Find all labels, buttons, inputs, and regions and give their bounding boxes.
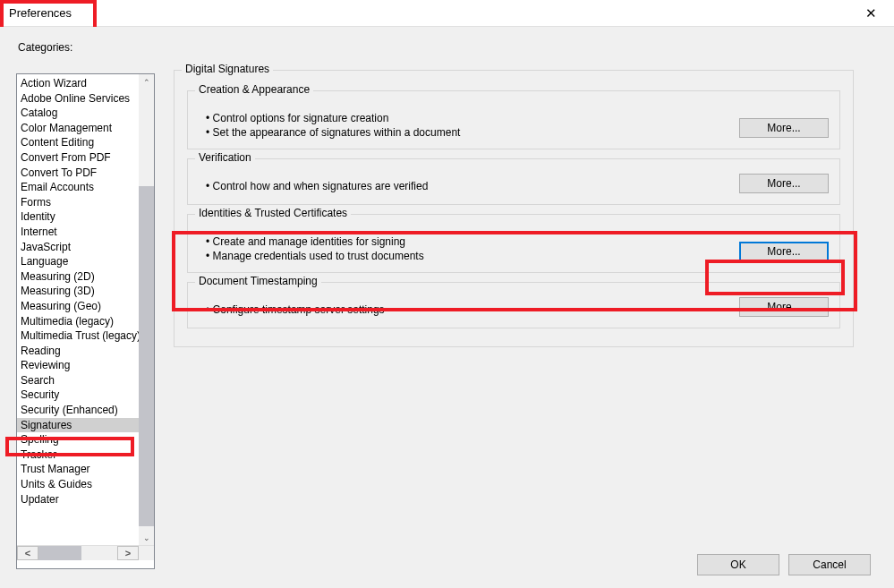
- category-item[interactable]: Content Editing: [17, 135, 139, 150]
- ok-button[interactable]: OK: [697, 554, 779, 575]
- category-item[interactable]: Tracker: [17, 447, 139, 463]
- digital-signatures-frame: Digital Signatures Creation & Appearance…: [174, 70, 854, 347]
- category-item[interactable]: Email Accounts: [17, 180, 139, 195]
- dialog-footer: OK Cancel: [697, 554, 871, 575]
- category-item[interactable]: Multimedia Trust (legacy): [17, 328, 139, 344]
- scroll-right-arrow[interactable]: >: [117, 546, 139, 560]
- category-item[interactable]: Action Wizard: [17, 76, 139, 91]
- settings-group: Document TimestampingConfigure timestamp…: [187, 282, 840, 328]
- settings-panel: Digital Signatures Creation & Appearance…: [174, 70, 872, 347]
- settings-group: Identities & Trusted CertificatesCreate …: [187, 214, 840, 273]
- categories-panel: Action WizardAdobe Online ServicesCatalo…: [16, 73, 155, 569]
- dialog-content: Categories: Action WizardAdobe Online Se…: [0, 27, 894, 588]
- category-item[interactable]: JavaScript: [17, 240, 139, 255]
- scroll-thumb[interactable]: [139, 186, 154, 526]
- category-item[interactable]: Signatures: [17, 418, 139, 433]
- window-title: Preferences: [5, 4, 75, 21]
- more-button[interactable]: More...: [739, 118, 829, 138]
- group-bullet: Control options for signature creation: [206, 111, 739, 125]
- scroll-track[interactable]: [139, 89, 154, 530]
- category-item[interactable]: Search: [17, 373, 139, 388]
- category-item[interactable]: Units & Guides: [17, 477, 139, 492]
- category-item[interactable]: Multimedia (legacy): [17, 314, 139, 329]
- group-title: Creation & Appearance: [195, 83, 313, 96]
- scroll-corner: [139, 546, 154, 560]
- hscroll-thumb[interactable]: [38, 546, 81, 560]
- group-title: Document Timestamping: [195, 275, 321, 287]
- close-icon: ✕: [865, 5, 877, 21]
- category-item[interactable]: Color Management: [17, 121, 139, 136]
- group-bullet: Control how and when signatures are veri…: [206, 179, 739, 193]
- category-item[interactable]: Convert From PDF: [17, 150, 139, 166]
- category-item[interactable]: Reading: [17, 344, 139, 359]
- group-title: Identities & Trusted Certificates: [195, 207, 351, 219]
- vertical-scrollbar[interactable]: ⌃ ⌄: [139, 74, 154, 545]
- category-item[interactable]: Measuring (3D): [17, 284, 139, 299]
- category-item[interactable]: Identity: [17, 209, 139, 225]
- more-button[interactable]: More...: [739, 242, 829, 261]
- category-item[interactable]: Updater: [17, 492, 139, 507]
- category-item[interactable]: Convert To PDF: [17, 166, 139, 181]
- categories-label: Categories:: [18, 41, 878, 54]
- category-item[interactable]: Language: [17, 254, 139, 269]
- horizontal-scrollbar[interactable]: < >: [17, 545, 154, 560]
- cancel-button[interactable]: Cancel: [788, 554, 871, 575]
- category-item[interactable]: Measuring (Geo): [17, 299, 139, 314]
- category-item[interactable]: Security: [17, 388, 139, 403]
- panel-heading: Digital Signatures: [182, 63, 273, 75]
- scroll-down-arrow[interactable]: ⌄: [139, 530, 154, 545]
- titlebar: Preferences ✕: [0, 0, 894, 27]
- group-bullet: Configure timestamp server settings: [206, 303, 739, 317]
- category-item[interactable]: Catalog: [17, 106, 139, 121]
- close-button[interactable]: ✕: [853, 1, 889, 26]
- hscroll-track[interactable]: [38, 546, 117, 560]
- settings-group: VerificationControl how and when signatu…: [187, 158, 840, 205]
- category-item[interactable]: Measuring (2D): [17, 269, 139, 285]
- group-bullet: Create and manage identities for signing: [206, 234, 739, 249]
- category-item[interactable]: Trust Manager: [17, 462, 139, 477]
- scroll-up-arrow[interactable]: ⌃: [139, 74, 154, 89]
- group-title: Verification: [195, 151, 255, 164]
- group-bullet: Manage credentials used to trust documen…: [206, 249, 739, 263]
- settings-group: Creation & AppearanceControl options for…: [187, 90, 840, 149]
- category-item[interactable]: Security (Enhanced): [17, 403, 139, 418]
- category-item[interactable]: Spelling: [17, 432, 139, 447]
- category-item[interactable]: Forms: [17, 195, 139, 210]
- categories-list[interactable]: Action WizardAdobe Online ServicesCatalo…: [17, 74, 139, 545]
- category-item[interactable]: Reviewing: [17, 358, 139, 373]
- more-button[interactable]: More...: [739, 174, 829, 193]
- category-item[interactable]: Adobe Online Services: [17, 91, 139, 107]
- group-bullet: Set the appearance of signatures within …: [206, 125, 739, 140]
- category-item[interactable]: Internet: [17, 225, 139, 240]
- more-button[interactable]: More...: [739, 297, 829, 317]
- scroll-left-arrow[interactable]: <: [17, 546, 38, 560]
